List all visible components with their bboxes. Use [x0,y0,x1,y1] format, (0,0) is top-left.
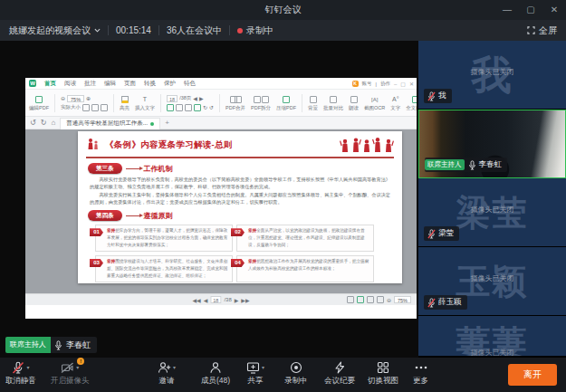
undo-icon[interactable]: ↺ [30,119,36,127]
wps-merge-button[interactable]: PDF合并 [225,95,245,111]
prev-page-icon[interactable]: ◀ [204,297,208,303]
participant-name-chip: 联席主持人 李春虹 [425,158,507,172]
wps-account-label[interactable]: 账号 [362,81,372,87]
meeting-name-dropdown[interactable]: 姚娜发起的视频会议 [9,24,101,37]
zoom-out-icon[interactable]: ⊖ [61,95,65,101]
wps-tab-special[interactable]: 特色 [184,80,196,88]
close-icon[interactable]: ✕ [542,0,566,20]
leave-meeting-button[interactable]: 离开 [508,364,557,386]
wps-tab-protect[interactable]: 保护 [164,80,176,88]
meeting-toolbar: ▾ 取消静音 ! ▾ 开启摄像头 [0,358,566,392]
wps-maximize-icon[interactable]: ▢ [400,81,406,87]
participant-tile-xueyuying[interactable]: 玉颖 摄像头已关闭 薛玉颖 [418,247,566,316]
chevron-down-icon[interactable]: ▾ [262,364,264,370]
unsaved-dot-icon [150,122,154,126]
participant-count: 36人在会议中 [167,24,222,37]
status-page-input[interactable]: 18 [210,296,221,303]
home-icon[interactable]: ⌂ [51,119,55,127]
participant-tile-me[interactable]: 我 摄像头已关闭 我 [418,41,566,110]
wps-tab-edit[interactable]: 编辑 [104,80,116,88]
wps-zoom-controls[interactable]: ⊖ 75% ⊕ 实际大小 [61,95,108,111]
rotate-left-icon[interactable]: ↺ [209,104,214,110]
participant-sidebar: 我 摄像头已关闭 我 联席主持人 李春虹 梁莹 [418,41,566,358]
wps-highlight-button[interactable]: 高亮 [120,95,130,111]
members-button[interactable]: 成员(48) [201,360,230,387]
rotate-right-icon[interactable]: ↻ [203,104,207,110]
wps-page-controls[interactable]: 18 /38页 ◀ ▶ ↻ ↺ [167,95,214,111]
last-page-icon[interactable]: ▶▶ [241,297,249,303]
chevron-down-icon [94,27,101,33]
maximize-icon[interactable]: ▢ [519,0,542,20]
meeting-name: 姚娜发起的视频会议 [9,24,91,37]
wps-close-icon[interactable]: ✕ [409,81,414,87]
mic-icon [468,160,476,170]
wps-collab-label[interactable]: 协作 [380,81,390,87]
wps-tab-home[interactable]: 首页 [44,80,56,88]
wps-translate-button[interactable]: 全文翻译 [406,95,417,111]
participant-name-chip: 梁莹 [424,226,459,241]
window-title: 钉钉会议 [0,0,566,20]
document-tab[interactable]: 普通高等学校基层组织工作条... [60,118,160,129]
recording-status: 录制中 [246,24,273,37]
fit-actual-size[interactable]: 实际大小 [61,104,81,110]
invite-button[interactable]: ▾ 邀请 [158,360,176,387]
switch-view-button[interactable]: 切换视图 [368,360,398,387]
participant-tile-liangying[interactable]: 梁莹 摄像头已关闭 梁莹 [418,178,566,247]
wps-read-aloud-button[interactable]: 朗读 [349,95,359,111]
more-button[interactable]: 更多 [413,360,428,387]
minutes-icon [333,361,346,374]
page-header-illustration-right [340,136,394,154]
wps-logo: W [29,80,36,87]
redo-icon[interactable]: ↻ [41,119,47,127]
next-page-icon[interactable]: ▶ [235,297,239,303]
prev-page-icon[interactable]: ◀ [193,95,197,101]
zoom-out-icon[interactable]: ⊖ [387,297,391,303]
wps-ocr-button[interactable]: [A] 截图OCR [364,95,385,111]
share-screen-button[interactable]: ▾ 共享 [246,360,264,387]
page-number-input[interactable]: 18 [167,95,177,102]
wps-tab-comment[interactable]: 批注 [84,80,96,88]
participant-tile-partial[interactable]: 萋萋 摄像头已关闭 [418,316,566,357]
wps-split-button[interactable]: PDF拆分 [251,95,271,111]
pdf-page: 《条例》内容逐条学习解读-总则 第三条 [78,131,402,283]
zoom-value[interactable]: 75% [67,95,84,102]
principle-item: 01坚持把牢办学方向，管理干部，凝聚人才，把握意识形态，保障改革发展，把党的领导… [95,225,233,252]
status-zoom-value[interactable]: 75% [394,296,411,303]
cohost-badge: 联席主持人 [5,337,51,353]
wps-minimize-icon[interactable]: – [394,81,397,87]
arrow-line [126,215,140,216]
meeting-minutes-button[interactable]: 会议纪要 [324,360,355,387]
meeting-info-bar: 姚娜发起的视频会议 00:15:14 36人在会议中 录制中 全屏 [0,20,566,41]
wps-insert-text-button[interactable]: T 插入文字 [135,95,155,111]
record-icon [290,361,302,374]
wps-compress-button[interactable]: 压缩PDF [276,95,296,111]
minimize-icon[interactable]: — [495,0,519,20]
zoom-in-icon[interactable]: ⊕ [86,95,91,101]
chevron-down-icon[interactable]: ▾ [173,364,176,370]
recording-button[interactable]: 录制中 [284,360,308,387]
camera-off-icon [61,361,74,374]
next-page-icon[interactable]: ▶ [199,95,204,101]
first-page-icon[interactable]: ◀◀ [192,297,200,303]
mic-icon [54,340,62,350]
wps-text-tool-button[interactable]: A° 文字 [390,95,400,111]
chevron-down-icon[interactable]: ▾ [76,364,79,370]
chevron-down-icon[interactable]: ▾ [26,364,29,370]
grid-view-icon [377,361,389,374]
camera-button[interactable]: ! ▾ 开启摄像头 [51,360,90,387]
wps-tab-page[interactable]: 页面 [124,80,136,88]
active-speaker-name: 李春虹 [66,339,91,351]
mute-button[interactable]: ▾ 取消静音 [5,360,36,387]
wps-tab-read[interactable]: 阅读 [64,80,76,88]
wps-compare-button[interactable]: 批量对比 [323,95,343,111]
wps-edit-pdf-button[interactable]: 编辑PDF [29,95,49,111]
wps-background-button[interactable]: 背景 [308,95,318,111]
participant-name-chip: 薛玉颖 [424,295,467,310]
wps-tab-convert[interactable]: 转换 [144,80,156,88]
fullscreen-button[interactable]: 全屏 [527,20,557,41]
principle-item: 03坚持围绕学校建设与人才培养、科学研究、社会服务、文化传承创新、国际交流合作等… [95,255,233,282]
participant-tile-lichunhong[interactable]: 联席主持人 李春虹 [418,110,566,178]
wps-avatar[interactable]: K [352,81,359,87]
page-title: 《条例》内容逐条学习解读-总则 [105,139,335,151]
new-tab-icon[interactable]: + [165,119,169,127]
